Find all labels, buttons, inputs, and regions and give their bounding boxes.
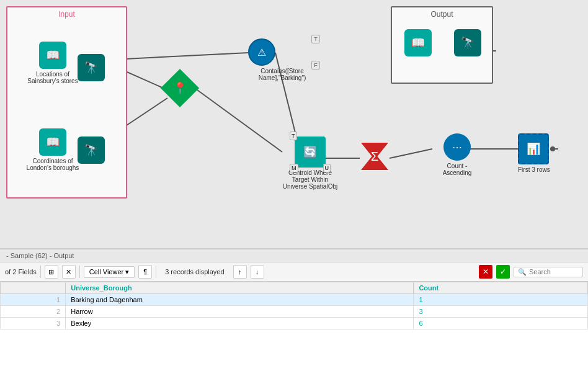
f-badge: F bbox=[311, 61, 320, 69]
x-button[interactable]: ✕ bbox=[479, 265, 492, 279]
node-browse2[interactable]: 🔭 bbox=[78, 137, 105, 164]
search-icon: 🔍 bbox=[518, 268, 527, 276]
table-container: Universe_Borough Count 1 Barking and Dag… bbox=[0, 282, 588, 369]
node-coordinates[interactable]: 📖 Coordinates of London's boroughs bbox=[25, 128, 81, 171]
bottom-panel: - Sample (62) - Output of 2 Fields ⊞ ✕ C… bbox=[0, 248, 588, 376]
sort-icon: ⋯ bbox=[443, 133, 471, 161]
copy-btn[interactable]: ⊞ bbox=[45, 265, 58, 279]
cell-borough: Harrow bbox=[66, 306, 414, 318]
sort-desc-btn[interactable]: ↓ bbox=[251, 265, 264, 279]
node-sort[interactable]: ⋯ Count - Ascending bbox=[432, 133, 482, 176]
first3-icon: 📊 bbox=[518, 133, 549, 164]
node-green-diamond[interactable]: 📍 bbox=[166, 74, 194, 102]
first3-label: First 3 rows bbox=[518, 166, 550, 173]
sort-asc-btn[interactable]: ↑ bbox=[233, 265, 247, 279]
svg-line-5 bbox=[197, 90, 282, 152]
search-box[interactable]: 🔍 bbox=[514, 267, 583, 277]
panel-toolbar: of 2 Fields ⊞ ✕ Cell Viewer ▾ ¶ 3 record… bbox=[0, 262, 588, 282]
cell-viewer-btn[interactable]: Cell Viewer ▾ bbox=[84, 266, 135, 278]
row-num: 1 bbox=[1, 294, 66, 306]
node-sigma[interactable]: Σ bbox=[361, 143, 388, 170]
input-box-label: Input bbox=[7, 7, 126, 21]
records-count: 3 records displayed bbox=[160, 268, 229, 275]
table-body: 1 Barking and Dagenham 1 2 Harrow 3 3 Be… bbox=[1, 294, 588, 329]
node-output-book[interactable]: 📖 bbox=[404, 29, 432, 56]
panel-header: - Sample (62) - Output bbox=[0, 249, 588, 262]
coordinates-label: Coordinates of London's boroughs bbox=[25, 158, 81, 171]
cell-viewer-label: Cell Viewer bbox=[89, 268, 123, 275]
node-output-browse[interactable]: 🔭 bbox=[454, 29, 481, 56]
output-browse-icon: 🔭 bbox=[454, 29, 481, 56]
node-browse1[interactable]: 🔭 bbox=[78, 54, 105, 81]
contains-icon: ⚠ bbox=[248, 38, 275, 66]
locations-label: Locations of Sainsbury's stores bbox=[25, 71, 81, 84]
cell-viewer-chevron: ▾ bbox=[125, 268, 129, 276]
cell-borough: Barking and Dagenham bbox=[66, 294, 414, 306]
book-icon: 📖 bbox=[39, 42, 66, 69]
node-first3[interactable]: 📊 First 3 rows bbox=[518, 133, 550, 173]
table-row[interactable]: 1 Barking and Dagenham 1 bbox=[1, 294, 588, 306]
output-box-label: Output bbox=[392, 7, 492, 21]
toolbar-divider1 bbox=[40, 266, 41, 278]
node-locations[interactable]: 📖 Locations of Sainsbury's stores bbox=[25, 42, 81, 84]
svg-line-8 bbox=[390, 149, 432, 158]
diamond-icon: 📍 bbox=[161, 69, 199, 107]
fields-label: of 2 Fields bbox=[5, 268, 37, 275]
output-box: Output 📖 🔭 bbox=[391, 6, 493, 84]
cell-count: 3 bbox=[414, 306, 588, 318]
table-row[interactable]: 3 Bexley 6 bbox=[1, 318, 588, 329]
table-row[interactable]: 2 Harrow 3 bbox=[1, 306, 588, 318]
input-box: Input 📖 Locations of Sainsbury's stores … bbox=[6, 6, 127, 199]
cell-count: 1 bbox=[414, 294, 588, 306]
th-record bbox=[1, 282, 66, 294]
para-btn[interactable]: ¶ bbox=[138, 265, 152, 279]
toolbar-divider2 bbox=[79, 266, 80, 278]
workflow-canvas: Input 📖 Locations of Sainsbury's stores … bbox=[0, 0, 588, 248]
close-btn[interactable]: ✕ bbox=[62, 265, 76, 279]
search-input[interactable] bbox=[529, 268, 579, 275]
sort-label: Count - Ascending bbox=[432, 163, 482, 176]
node-contains[interactable]: ⚠ T F Contains([Store Name],"Barking") bbox=[248, 38, 316, 81]
contains-label: Contains([Store Name],"Barking") bbox=[248, 68, 316, 81]
output-book-icon: 📖 bbox=[404, 29, 432, 56]
row-num: 3 bbox=[1, 318, 66, 329]
browse1-icon: 🔭 bbox=[78, 54, 105, 81]
spatial-icon: 🔄 bbox=[295, 137, 326, 168]
sigma-icon: Σ bbox=[361, 143, 388, 170]
th-count[interactable]: Count bbox=[414, 282, 588, 294]
check-button[interactable]: ✓ bbox=[496, 265, 510, 279]
browse2-icon: 🔭 bbox=[78, 137, 105, 164]
toolbar-divider3 bbox=[156, 266, 156, 278]
book2-icon: 📖 bbox=[39, 128, 66, 156]
cell-borough: Bexley bbox=[66, 318, 414, 329]
th-borough[interactable]: Universe_Borough bbox=[66, 282, 414, 294]
t-badge: T bbox=[311, 35, 320, 43]
node-spatial[interactable]: 🔄 T M U Centroid Where Target Within Uni… bbox=[282, 137, 338, 190]
row-num: 2 bbox=[1, 306, 66, 318]
cell-count: 6 bbox=[414, 318, 588, 329]
data-table: Universe_Borough Count 1 Barking and Dag… bbox=[0, 282, 588, 329]
